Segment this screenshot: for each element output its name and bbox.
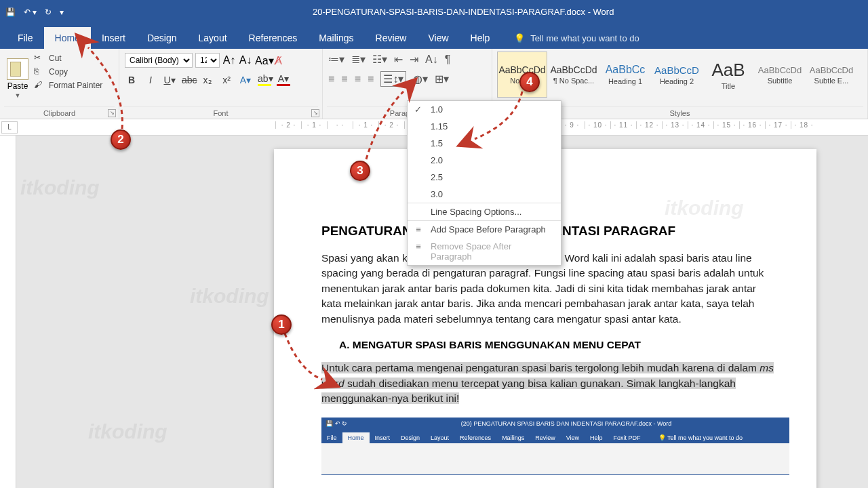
clear-format-icon[interactable]: A̸ <box>271 54 285 67</box>
align-center-icon[interactable]: ≡ <box>341 73 347 85</box>
format-painter-button[interactable]: 🖌Format Painter <box>34 80 102 91</box>
style-heading-2[interactable]: AaBbCcDHeading 2 <box>652 52 702 98</box>
line-spacing-options[interactable]: Line Spacing Options... <box>408 203 561 220</box>
decrease-indent-icon[interactable]: ⇤ <box>394 53 403 66</box>
tab-help[interactable]: Help <box>460 27 501 49</box>
font-launcher[interactable]: ↘ <box>311 109 319 117</box>
increase-indent-icon[interactable]: ⇥ <box>410 53 418 66</box>
annotation-marker-3: 3 <box>350 161 370 181</box>
grow-font-icon[interactable]: A↑ <box>222 54 236 66</box>
change-case-icon[interactable]: Aa▾ <box>255 54 269 67</box>
highlight-icon[interactable]: ab▾ <box>258 73 271 86</box>
bullets-icon[interactable]: ≔▾ <box>328 53 344 66</box>
undo-icon[interactable]: ↶ ▾ <box>24 7 37 17</box>
font-name-select[interactable]: Calibri (Body) <box>125 53 193 68</box>
ruler-toggle[interactable]: L <box>1 121 18 134</box>
tab-review[interactable]: Review <box>365 27 418 49</box>
shrink-font-icon[interactable]: A↓ <box>239 54 252 66</box>
style-title[interactable]: AaBTitle <box>703 52 753 98</box>
annotation-marker-2: 2 <box>111 129 131 150</box>
spacing-1-15[interactable]: 1.15 <box>408 118 561 135</box>
doc-heading2: A. MENGATUR SPASI BARIS MENGGUNAKAN MENU… <box>339 339 776 351</box>
horizontal-ruler[interactable]: · 2 ·· 1 ·· ·· 1 ·· 2 ·· 3 ·· 4 ·· 5 ·· … <box>275 121 868 134</box>
sort-icon[interactable]: A↓ <box>425 54 438 66</box>
tab-insert[interactable]: Insert <box>91 27 136 49</box>
borders-icon[interactable]: ⊞▾ <box>435 73 449 85</box>
underline-button[interactable]: U▾ <box>163 75 176 85</box>
paste-icon <box>7 58 28 80</box>
style--no-spac-[interactable]: AaBbCcDd¶ No Spac... <box>549 52 599 98</box>
redo-icon[interactable]: ↻ <box>45 7 52 17</box>
superscript-button[interactable]: x² <box>220 75 233 85</box>
spacing-2-5[interactable]: 2.5 <box>408 169 561 186</box>
font-color-icon[interactable]: A▾ <box>277 73 290 86</box>
spacing-2-0[interactable]: 2.0 <box>408 152 561 169</box>
vertical-ruler[interactable] <box>0 136 16 488</box>
remove-space-icon: ≡ <box>413 241 424 251</box>
remove-space-after[interactable]: ≡Remove Space After Paragraph <box>408 238 561 265</box>
embedded-screenshot: 💾 ↶ ↻(20) PENGATURAN SPASI BARIS DAN IND… <box>321 418 789 475</box>
tab-design[interactable]: Design <box>136 27 188 49</box>
qat-customize-icon[interactable]: ▾ <box>60 7 64 17</box>
add-space-before[interactable]: ≡Add Space Before Paragraph <box>408 220 561 238</box>
justify-icon[interactable]: ≡ <box>368 73 374 85</box>
title-bar: 💾 ↶ ▾ ↻ ▾ 20-PENGATURAN-SPASI-BARIS-DAN-… <box>0 0 868 24</box>
tab-mailings[interactable]: Mailings <box>308 27 364 49</box>
tab-view[interactable]: View <box>417 27 459 49</box>
style-subtitle[interactable]: AaBbCcDdSubtitle <box>755 52 805 98</box>
italic-button[interactable]: I <box>144 75 157 85</box>
tab-layout[interactable]: Layout <box>188 27 238 49</box>
align-left-icon[interactable]: ≡ <box>328 73 334 85</box>
scissors-icon: ✂ <box>34 53 45 64</box>
paste-button[interactable]: Paste ▼ <box>4 50 31 106</box>
spacing-3-0[interactable]: 3.0 <box>408 186 561 203</box>
cut-button[interactable]: ✂Cut <box>34 53 102 64</box>
tab-home[interactable]: Home <box>44 27 91 49</box>
style-heading-1[interactable]: AaBbCcHeading 1 <box>600 52 650 98</box>
group-font: Calibri (Body) 12 A↑ A↓ Aa▾ A̸ B I U▾ ab… <box>119 49 323 119</box>
pilcrow-icon[interactable]: ¶ <box>445 54 451 66</box>
tell-me[interactable]: 💡 Tell me what you want to do <box>514 33 639 49</box>
bold-button[interactable]: B <box>125 75 138 85</box>
doc-paragraph-highlighted: Untuk cara pertama mengenai pengaturan s… <box>321 361 776 406</box>
subscript-button[interactable]: x₂ <box>201 75 214 85</box>
ribbon-tabs: File Home Insert Design Layout Reference… <box>0 24 868 49</box>
style-subtle-e-[interactable]: AaBbCcDdSubtle E... <box>806 52 856 98</box>
text-effects-icon[interactable]: A▾ <box>239 75 252 85</box>
copy-button[interactable]: ⎘Copy <box>34 66 102 77</box>
multilevel-icon[interactable]: ☷▾ <box>372 53 387 66</box>
spacing-1-0[interactable]: 1.0 <box>408 101 561 118</box>
tab-file[interactable]: File <box>7 27 44 49</box>
line-spacing-dropdown: 1.0 1.15 1.5 2.0 2.5 3.0 Line Spacing Op… <box>407 100 561 266</box>
line-spacing-button[interactable]: ☰↕▾ <box>380 71 406 87</box>
spacing-1-5[interactable]: 1.5 <box>408 135 561 152</box>
add-space-icon: ≡ <box>413 224 424 235</box>
save-icon[interactable]: 💾 <box>5 7 16 17</box>
brush-icon: 🖌 <box>34 80 45 91</box>
strike-button[interactable]: abc <box>182 75 195 85</box>
align-right-icon[interactable]: ≡ <box>355 73 361 85</box>
group-clipboard: Paste ▼ ✂Cut ⎘Copy 🖌Format Painter Clipb… <box>0 49 119 119</box>
annotation-marker-4: 4 <box>519 72 540 92</box>
tab-references[interactable]: References <box>238 27 309 49</box>
font-size-select[interactable]: 12 <box>195 53 220 68</box>
copy-icon: ⎘ <box>34 66 45 77</box>
numbering-icon[interactable]: ≣▾ <box>351 53 366 66</box>
annotation-marker-1: 1 <box>271 314 292 335</box>
window-title: 20-PENGATURAN-SPASI-BARIS-DAN-INDENTASI-… <box>313 7 614 17</box>
shading-icon[interactable]: ◍▾ <box>413 73 428 85</box>
bulb-icon: 💡 <box>514 33 525 43</box>
clipboard-launcher[interactable]: ↘ <box>108 109 116 117</box>
